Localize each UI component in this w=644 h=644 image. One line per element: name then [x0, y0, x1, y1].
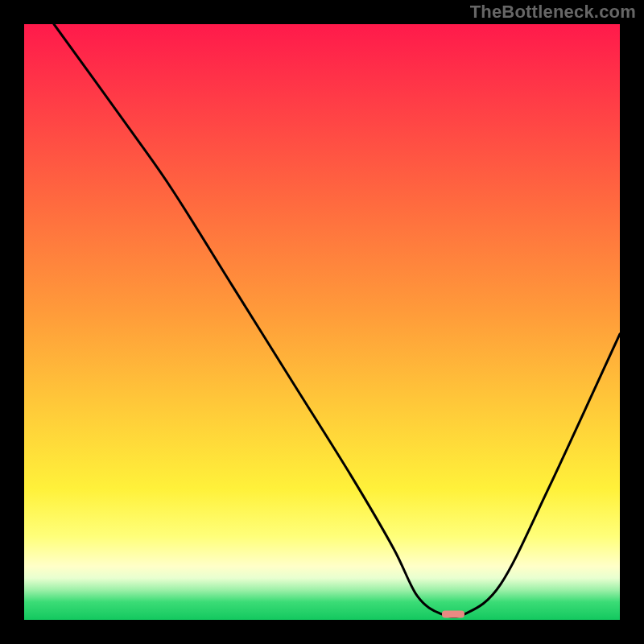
trough-marker — [442, 610, 464, 617]
plot-area — [24, 24, 620, 620]
curve-path — [54, 24, 620, 617]
chart-frame: TheBottleneck.com — [0, 0, 644, 644]
bottleneck-curve — [24, 24, 620, 620]
attribution-watermark: TheBottleneck.com — [470, 2, 636, 23]
